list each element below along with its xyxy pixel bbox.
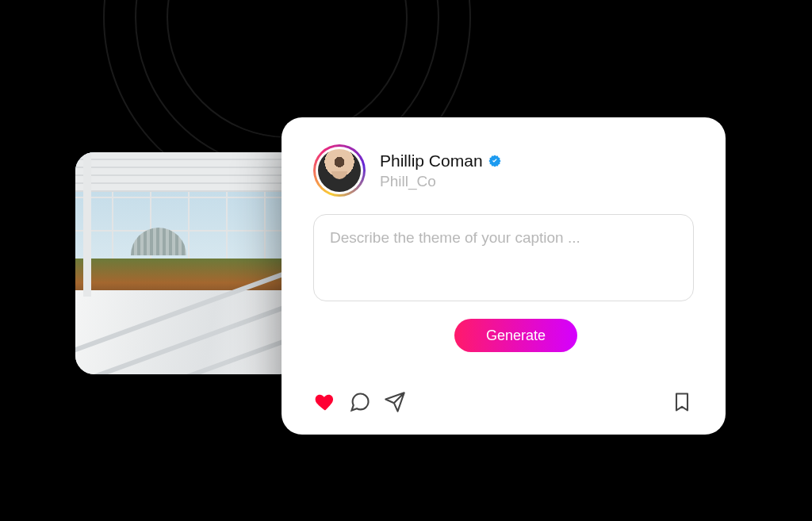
caption-input[interactable]	[328, 228, 682, 291]
profile-handle: Phill_Co	[380, 173, 502, 190]
post-image	[75, 152, 297, 374]
share-button[interactable]	[383, 390, 407, 414]
comment-button[interactable]	[348, 390, 372, 414]
verified-badge-icon	[488, 154, 502, 168]
heart-icon	[314, 391, 336, 413]
post-card: Phillip Coman Phill_Co Generate	[282, 117, 726, 435]
share-icon	[384, 391, 406, 413]
comment-icon	[349, 391, 371, 413]
like-button[interactable]	[313, 390, 337, 414]
generate-button[interactable]: Generate	[454, 319, 577, 352]
profile-row: Phillip Coman Phill_Co	[313, 144, 502, 197]
avatar	[318, 149, 361, 192]
post-image-card[interactable]	[75, 152, 297, 374]
caption-input-container	[313, 214, 694, 301]
avatar-story-ring[interactable]	[313, 144, 366, 197]
bookmark-icon	[671, 391, 693, 413]
bookmark-button[interactable]	[670, 390, 694, 414]
profile-display-name: Phillip Coman	[380, 151, 483, 170]
